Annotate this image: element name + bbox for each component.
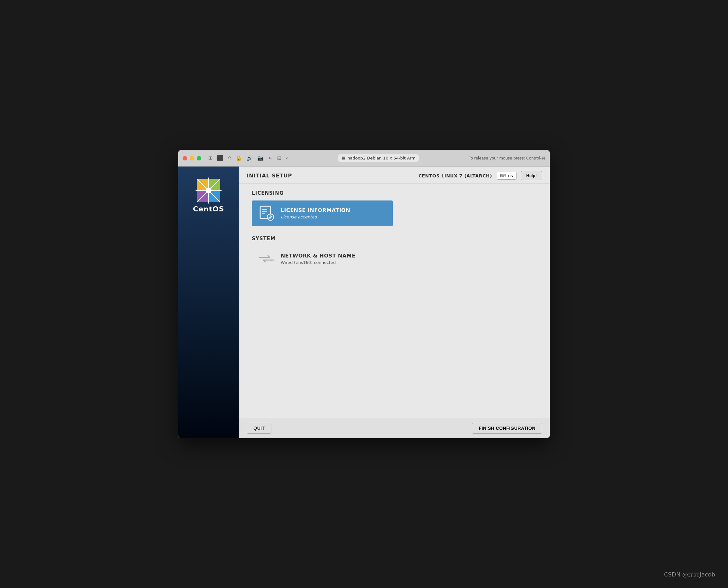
- quit-button[interactable]: QUIT: [247, 423, 271, 434]
- titlebar: ⊞ ⬛ ⎙ 🔒 🔊 📷 ↩ ⊟ ‹ 🖥 hadoop2 Debian 10.x …: [178, 150, 550, 167]
- keyboard-icon: ⌨: [500, 173, 506, 178]
- os-label: CENTOS LINUX 7 (ALTARCH): [419, 173, 492, 178]
- keyboard-value: us: [508, 173, 513, 178]
- tab-label: hadoop2 Debian 10.x 64-bit Arm: [347, 156, 416, 161]
- license-text-block: LICENSE INFORMATION License accepted: [281, 207, 350, 219]
- content-footer: QUIT FINISH CONFIGURATION: [239, 418, 550, 438]
- system-section-label: SYSTEM: [252, 236, 537, 241]
- keyboard-selector[interactable]: ⌨ us: [497, 172, 517, 180]
- network-icon: [258, 250, 275, 267]
- security-icon[interactable]: 🔒: [236, 155, 242, 161]
- content-body: LICENSING LICENSE INFORMATION License ac…: [239, 184, 550, 418]
- license-icon: [258, 205, 275, 222]
- back-icon[interactable]: ↩: [268, 155, 272, 161]
- print-icon[interactable]: ⎙: [228, 155, 231, 161]
- network-title: NETWORK & HOST NAME: [281, 253, 355, 259]
- watermark: CSDN @元元Jacob: [664, 571, 715, 579]
- maximize-button[interactable]: [197, 156, 201, 161]
- screenshot-icon[interactable]: ⬛: [217, 155, 223, 161]
- sidebar: CentOS: [178, 167, 239, 438]
- finish-configuration-button[interactable]: FINISH CONFIGURATION: [472, 423, 542, 434]
- svg-point-14: [267, 214, 274, 220]
- license-subtitle: License accepted: [281, 215, 350, 219]
- centos-logo: [194, 176, 223, 205]
- network-card[interactable]: NETWORK & HOST NAME Wired (ens160) conne…: [252, 246, 393, 272]
- usb-icon[interactable]: ⊟: [277, 155, 281, 161]
- network-text-block: NETWORK & HOST NAME Wired (ens160) conne…: [281, 253, 355, 265]
- license-title: LICENSE INFORMATION: [281, 207, 350, 213]
- centos-brand-label: CentOS: [193, 205, 224, 213]
- content-header: INITIAL SETUP CENTOS LINUX 7 (ALTARCH) ⌨…: [239, 167, 550, 184]
- close-button[interactable]: [183, 156, 187, 161]
- setup-title: INITIAL SETUP: [247, 173, 292, 179]
- audio-icon[interactable]: 🔊: [246, 155, 253, 161]
- titlebar-center: 🖥 hadoop2 Debian 10.x 64-bit Arm: [291, 154, 466, 162]
- minimize-button[interactable]: [190, 156, 194, 161]
- traffic-lights: [183, 156, 201, 161]
- help-button[interactable]: Help!: [521, 171, 543, 180]
- content-area: INITIAL SETUP CENTOS LINUX 7 (ALTARCH) ⌨…: [239, 167, 550, 438]
- license-card[interactable]: LICENSE INFORMATION License accepted: [252, 201, 393, 226]
- app-window: ⊞ ⬛ ⎙ 🔒 🔊 📷 ↩ ⊟ ‹ 🖥 hadoop2 Debian 10.x …: [178, 150, 550, 438]
- licensing-section-label: LICENSING: [252, 190, 537, 196]
- main-area: CentOS INITIAL SETUP CENTOS LINUX 7 (ALT…: [178, 167, 550, 438]
- vm-icon: 🖥: [341, 156, 345, 161]
- toolbar-icons: ⊞ ⬛ ⎙ 🔒 🔊 📷 ↩ ⊟ ‹: [208, 155, 288, 161]
- sidebar-toggle-icon[interactable]: ⊞: [208, 155, 213, 161]
- network-subtitle: Wired (ens160) connected: [281, 260, 355, 265]
- left-icon[interactable]: ‹: [286, 155, 288, 161]
- release-hint: To release your mouse press: Control-⌘: [469, 156, 545, 161]
- header-right: CENTOS LINUX 7 (ALTARCH) ⌨ us Help!: [419, 171, 542, 180]
- camera-icon[interactable]: 📷: [257, 155, 264, 161]
- titlebar-tab: 🖥 hadoop2 Debian 10.x 64-bit Arm: [338, 154, 419, 162]
